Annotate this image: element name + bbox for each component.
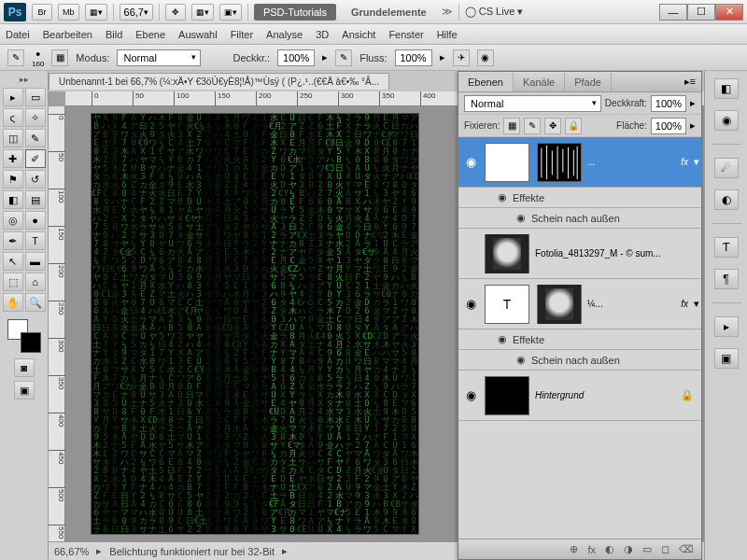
bridge-button[interactable]: Br xyxy=(32,4,52,21)
trash-icon[interactable]: ⌫ xyxy=(679,543,694,555)
eraser-tool[interactable]: ◧ xyxy=(3,190,23,209)
layer-name-2[interactable]: Fotolia_4813297_M - © sum... xyxy=(533,248,699,259)
menu-datei[interactable]: Datei xyxy=(6,29,30,40)
effect-vis-icon[interactable]: ◉ xyxy=(498,191,507,203)
minibridge-button[interactable]: Mb xyxy=(58,4,79,21)
wand-tool[interactable]: ✧ xyxy=(25,108,46,127)
layer-fill-input[interactable]: 100% xyxy=(651,118,686,134)
effects-row[interactable]: ◉ Effekte xyxy=(458,188,701,208)
cslive-button[interactable]: ◯ CS Live ▾ xyxy=(465,6,524,18)
menu-ansicht[interactable]: Ansicht xyxy=(342,29,375,40)
history-brush-tool[interactable]: ↺ xyxy=(25,170,46,189)
screenmode-tool[interactable]: ▣ xyxy=(14,381,35,399)
menu-ebene[interactable]: Ebene xyxy=(135,29,165,40)
extras-button[interactable]: ▦▾ xyxy=(85,4,107,21)
lasso-tool[interactable]: ς xyxy=(3,108,23,127)
hand-button[interactable]: ✥ xyxy=(165,4,186,21)
shape-tool[interactable]: ▬ xyxy=(25,252,46,271)
quickmask-tool[interactable]: ◙ xyxy=(14,358,35,377)
mask-icon[interactable]: ◐ xyxy=(605,543,614,555)
menu-fenster[interactable]: Fenster xyxy=(388,29,423,40)
dock-adjust-icon[interactable]: ☄ xyxy=(714,158,739,178)
blur-tool[interactable]: ◎ xyxy=(3,211,23,230)
layer-name-1[interactable]: ... xyxy=(585,157,675,167)
glow-vis-icon-3[interactable]: ◉ xyxy=(516,354,526,366)
brush-panel-toggle[interactable]: ▦ xyxy=(51,49,68,66)
fx-badge[interactable]: fx xyxy=(675,157,694,167)
3d-tool[interactable]: ⬚ xyxy=(3,273,23,291)
layer-name-3[interactable]: ¼... xyxy=(585,299,675,309)
dock-actions-icon[interactable]: ▣ xyxy=(714,348,739,369)
dock-para-icon[interactable]: ¶ xyxy=(714,269,739,289)
color-swatches[interactable] xyxy=(7,319,41,353)
fx-badge-3[interactable]: fx xyxy=(675,299,694,309)
dock-mask-icon[interactable]: ◐ xyxy=(714,189,739,210)
layer-thumb-2[interactable] xyxy=(485,234,529,273)
stamp-tool[interactable]: ⚑ xyxy=(3,170,23,189)
lock-move-icon[interactable]: ✥ xyxy=(544,118,561,134)
brush-preview[interactable]: •160 xyxy=(32,48,44,68)
effect-vis-icon-3[interactable]: ◉ xyxy=(498,333,507,345)
workspace-pill-2[interactable]: Grundelemente xyxy=(342,4,436,21)
gradient-tool[interactable]: ▤ xyxy=(25,190,46,209)
tab-ebenen[interactable]: Ebenen xyxy=(458,73,514,91)
visibility-icon-bg[interactable]: ◉ xyxy=(460,388,481,402)
document-tab[interactable]: Unbenannt-1 bei 66,7% (¼:xÄ•Y €3öÚ€yÈ8¦!… xyxy=(49,73,389,90)
airbrush-icon[interactable]: ✈ xyxy=(453,49,470,66)
arrange-button[interactable]: ▦▾ xyxy=(191,4,214,21)
menu-auswahl[interactable]: Auswahl xyxy=(178,29,218,40)
opacity-toggle-icon[interactable]: ▸ xyxy=(690,97,696,109)
opacity-pressure-icon[interactable]: ✎ xyxy=(335,49,352,66)
fx-icon[interactable]: fx xyxy=(587,544,596,555)
tool-collapse-icon[interactable]: ▸▸ xyxy=(20,75,29,84)
adjust-icon[interactable]: ◑ xyxy=(624,543,633,555)
group-icon[interactable]: ▭ xyxy=(642,543,652,555)
fx-collapse-icon-3[interactable]: ▾ xyxy=(694,298,699,310)
menu-bild[interactable]: Bild xyxy=(106,29,122,40)
menu-filter[interactable]: Filter xyxy=(231,29,253,40)
menu-hilfe[interactable]: Hilfe xyxy=(437,29,458,40)
new-layer-icon[interactable]: ◻ xyxy=(661,543,669,555)
layer-row-2[interactable]: Fotolia_4813297_M - © sum... xyxy=(458,229,701,279)
menu-analyse[interactable]: Analyse xyxy=(266,29,303,40)
move-tool[interactable]: ▸ xyxy=(3,88,23,106)
menu-bearbeiten[interactable]: Bearbeiten xyxy=(43,29,92,40)
zoom-tool[interactable]: 🔍 xyxy=(25,293,46,312)
status-arrow-icon[interactable]: ▸ xyxy=(96,545,102,557)
pen-tool[interactable]: ✒ xyxy=(3,231,23,250)
dodge-tool[interactable]: ● xyxy=(25,211,46,230)
maximize-button[interactable]: ☐ xyxy=(687,4,715,21)
crop-tool[interactable]: ◫ xyxy=(3,129,23,147)
workspace-pill-1[interactable]: PSD-Tutorials xyxy=(254,4,336,21)
fx-collapse-icon[interactable]: ▾ xyxy=(694,156,699,168)
layer-blend-dropdown[interactable]: Normal xyxy=(464,95,601,112)
outer-glow-row[interactable]: ◉ Schein nach außen xyxy=(458,208,701,229)
minimize-button[interactable]: — xyxy=(659,4,687,21)
visibility-icon-3[interactable]: ◉ xyxy=(460,297,481,311)
menu-3d[interactable]: 3D xyxy=(316,29,329,40)
layer-row-3[interactable]: ◉ T ¼... fx ▾ xyxy=(458,279,701,329)
opacity-slider-icon[interactable]: ▸ xyxy=(322,51,328,63)
dock-color-icon[interactable]: ◧ xyxy=(714,78,739,99)
canvas[interactable]: ヤBアE8木ヤタカ€F8水ハ7ナ74¼ワヤハ086A日C土ナカ土F月マ3BYカ9… xyxy=(92,114,418,534)
fill-toggle-icon[interactable]: ▸ xyxy=(690,119,696,132)
eyedropper-tool[interactable]: ✎ xyxy=(25,129,46,147)
dock-char-icon[interactable]: Ƭ xyxy=(714,237,739,258)
layer-opacity-input[interactable]: 100% xyxy=(651,95,686,112)
lock-transparent-icon[interactable]: ▦ xyxy=(503,118,520,134)
type-tool[interactable]: T xyxy=(25,231,46,250)
layer-row-1[interactable]: ◉ T ... fx ▾ xyxy=(458,137,701,188)
status-arrow2-icon[interactable]: ▸ xyxy=(282,545,288,557)
outer-glow-row-3[interactable]: ◉ Schein nach außen xyxy=(458,350,701,371)
3d-camera-tool[interactable]: ⌂ xyxy=(25,273,46,291)
layer-mask-thumb[interactable] xyxy=(537,143,582,182)
opacity-input[interactable]: 100% xyxy=(277,49,315,66)
status-zoom[interactable]: 66,67% xyxy=(54,546,89,557)
zoom-level-dropdown[interactable]: 66,7 ▾ xyxy=(120,4,153,21)
panel-menu-icon[interactable]: ▸≡ xyxy=(679,76,701,88)
path-tool[interactable]: ↖ xyxy=(3,252,23,271)
layer-thumb-text[interactable]: T xyxy=(485,143,529,182)
flow-input[interactable]: 100% xyxy=(395,49,432,66)
brush-tool[interactable]: ✐ xyxy=(25,149,46,168)
layer-mask-3[interactable] xyxy=(537,285,582,324)
